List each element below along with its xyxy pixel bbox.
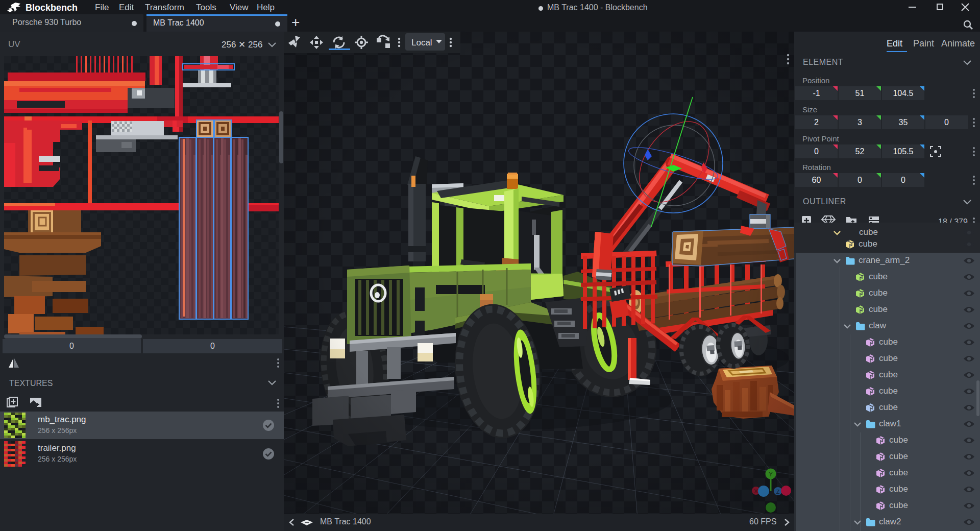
svg-text:Local: Local (411, 38, 432, 47)
